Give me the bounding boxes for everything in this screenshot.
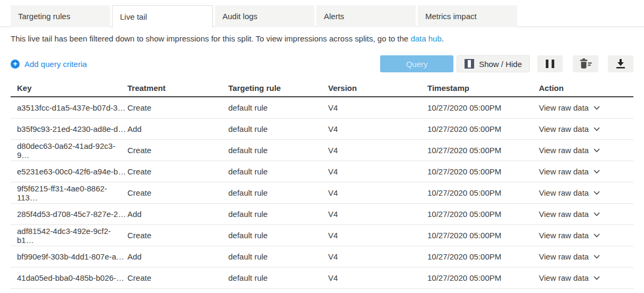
view-raw-data-label: View raw data (539, 210, 589, 219)
table-row: 285f4d53-d708-45c7-827e-2… Add default r… (11, 204, 633, 225)
cell-version: V4 (328, 103, 427, 112)
show-hide-button[interactable]: Show / Hide (457, 55, 530, 72)
cell-version: V4 (328, 210, 427, 219)
tab-label: Alerts (324, 12, 344, 21)
cell-version: V4 (328, 124, 427, 133)
view-raw-data-label: View raw data (539, 103, 589, 112)
cell-timestamp: 10/27/2020 05:00PM (427, 252, 539, 261)
view-raw-data-label: View raw data (539, 273, 589, 282)
trash-icon (579, 58, 593, 69)
tab-label: Targeting rules (18, 12, 70, 21)
view-raw-data-label: View raw data (539, 188, 589, 197)
view-raw-data-button[interactable]: View raw data (539, 146, 600, 155)
chevron-down-icon (594, 170, 600, 174)
chevron-down-icon (594, 127, 600, 131)
cell-key: adf81542-4dc3-492e-9cf2-b1… (11, 227, 127, 245)
tab-alerts[interactable]: Alerts (316, 5, 416, 27)
cell-targeting-rule: default rule (228, 103, 328, 112)
view-raw-data-label: View raw data (539, 124, 589, 133)
view-raw-data-button[interactable]: View raw data (539, 210, 600, 219)
view-raw-data-button[interactable]: View raw data (539, 188, 600, 197)
cell-key: e5231e63-00c0-42f6-a94e-b… (11, 167, 127, 176)
cell-targeting-rule: default rule (228, 188, 328, 197)
table-row: d80dec63-0a62-41ad-92c3-9… Create defaul… (11, 140, 633, 161)
cell-treatment: Add (127, 124, 228, 133)
tab-label: Metrics impact (425, 12, 477, 21)
cell-key: a3513fcc-d1a5-437e-b07d-3… (11, 103, 127, 112)
table-row: adf81542-4dc3-492e-9cf2-b1… Create defau… (11, 225, 633, 246)
column-header-timestamp: Timestamp (427, 83, 539, 93)
download-button[interactable] (608, 55, 633, 72)
table-row: 41da05ed-bba0-485b-b026-… Create default… (11, 267, 633, 289)
table-row: e5231e63-00c0-42f6-a94e-b… Create defaul… (11, 161, 633, 182)
cell-targeting-rule: default rule (228, 146, 328, 155)
cell-targeting-rule: default rule (228, 124, 328, 133)
view-raw-data-button[interactable]: View raw data (539, 167, 600, 176)
cell-version: V4 (328, 273, 427, 282)
columns-icon (465, 59, 474, 69)
chevron-down-icon (594, 276, 600, 280)
cell-targeting-rule: default rule (228, 210, 328, 219)
notice-text: This live tail has been filtered down to… (11, 34, 410, 43)
table-body: a3513fcc-d1a5-437e-b07d-3… Create defaul… (11, 97, 633, 289)
view-raw-data-label: View raw data (539, 252, 589, 261)
table-row: bf990e9f-303b-4dd1-807e-a… Add default r… (11, 246, 633, 267)
chevron-down-icon (594, 106, 600, 110)
table-header: Key Treatment Targeting rule Version Tim… (11, 80, 633, 97)
cell-key: b35f9c93-21ed-4230-ad8e-d… (11, 124, 127, 133)
cell-treatment: Add (127, 210, 228, 219)
tab-label: Live tail (120, 12, 147, 21)
cell-treatment: Create (127, 146, 228, 155)
column-header-key: Key (11, 83, 127, 93)
chevron-down-icon (594, 212, 600, 216)
column-header-targeting-rule: Targeting rule (228, 83, 328, 93)
view-raw-data-button[interactable]: View raw data (539, 252, 600, 261)
cell-timestamp: 10/27/2020 05:00PM (427, 188, 539, 197)
cell-key: 9f5f6215-ff31-4ae0-8862-113… (11, 184, 127, 202)
cell-key: bf990e9f-303b-4dd1-807e-a… (11, 252, 127, 261)
cell-treatment: Add (127, 252, 228, 261)
cell-treatment: Create (127, 188, 228, 197)
column-header-action: Action (539, 83, 633, 93)
cell-targeting-rule: default rule (228, 252, 328, 261)
tab-live-tail[interactable]: Live tail (112, 5, 213, 28)
view-raw-data-button[interactable]: View raw data (539, 231, 600, 240)
live-tail-table: Key Treatment Targeting rule Version Tim… (11, 80, 633, 289)
view-raw-data-button[interactable]: View raw data (539, 103, 600, 112)
filter-notice: This live tail has been filtered down to… (0, 27, 644, 43)
tab-audit-logs[interactable]: Audit logs (215, 5, 314, 27)
pause-icon (546, 60, 554, 68)
cell-targeting-rule: default rule (228, 167, 328, 176)
data-hub-link[interactable]: data hub (410, 34, 441, 43)
table-row: b35f9c93-21ed-4230-ad8e-d… Add default r… (11, 119, 633, 140)
chevron-down-icon (594, 233, 600, 238)
cell-treatment: Create (127, 273, 228, 282)
tab-targeting-rules[interactable]: Targeting rules (11, 5, 110, 27)
add-query-criteria-button[interactable]: + Add query criteria (11, 60, 87, 69)
cell-version: V4 (328, 252, 427, 261)
cell-version: V4 (328, 188, 427, 197)
clear-log-button[interactable] (573, 55, 598, 72)
view-raw-data-button[interactable]: View raw data (539, 124, 600, 133)
notice-text-end: . (442, 34, 444, 43)
cell-treatment: Create (127, 103, 228, 112)
pause-button[interactable] (537, 55, 563, 72)
cell-treatment: Create (127, 231, 228, 240)
cell-timestamp: 10/27/2020 05:00PM (427, 231, 539, 240)
chevron-down-icon (594, 255, 600, 259)
cell-timestamp: 10/27/2020 05:00PM (427, 167, 539, 176)
chevron-down-icon (594, 148, 600, 153)
column-header-treatment: Treatment (127, 83, 228, 93)
query-button[interactable]: Query (380, 55, 453, 72)
cell-version: V4 (328, 231, 427, 240)
tab-metrics-impact[interactable]: Metrics impact (418, 5, 517, 27)
cell-timestamp: 10/27/2020 05:00PM (427, 124, 539, 133)
table-row: 9f5f6215-ff31-4ae0-8862-113… Create defa… (11, 182, 633, 204)
tab-label: Audit logs (222, 12, 257, 21)
view-raw-data-button[interactable]: View raw data (539, 273, 600, 282)
chevron-down-icon (594, 191, 600, 195)
cell-timestamp: 10/27/2020 05:00PM (427, 273, 539, 282)
cell-targeting-rule: default rule (228, 231, 328, 240)
show-hide-label: Show / Hide (479, 60, 522, 69)
cell-version: V4 (328, 167, 427, 176)
